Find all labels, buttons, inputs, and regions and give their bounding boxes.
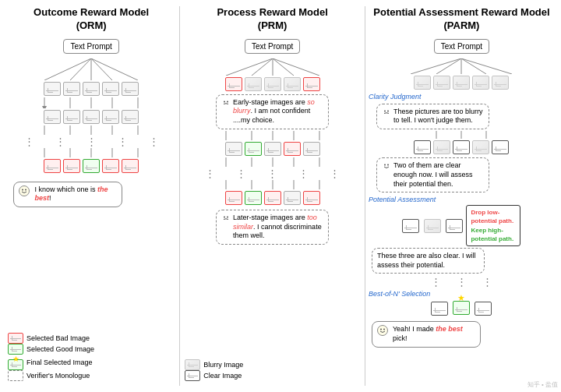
svg-point-52 (387, 110, 389, 111)
parm-speech1-text: These pictures are too blurry to tell. I… (393, 108, 484, 125)
svg-line-0 (44, 58, 91, 80)
legend-bad-label: Selected Bad Image (26, 334, 90, 342)
orm-img-2-2 (63, 110, 80, 124)
prm-speech2: Later-stage images are too similar. I ca… (216, 210, 329, 245)
parm-row3 (402, 219, 463, 233)
parm-row-final: ★ (431, 301, 492, 316)
svg-line-3 (91, 58, 112, 80)
prm-legend: Blurry Image Clear Image (185, 359, 243, 381)
legend-monologue-icon (8, 370, 23, 381)
main-container: Outcome Reward Model(ORM) Text Prompt (0, 0, 561, 392)
orm-img-final-2 (63, 159, 80, 173)
prm-branches-svg (210, 58, 335, 76)
prm-img-1-3 (264, 77, 281, 91)
svg-line-1 (70, 58, 91, 80)
orm-img-2-5 (122, 110, 139, 124)
parm-speech-final: Yeah! I made the best pick! (372, 321, 481, 347)
prm-img-2-2 (245, 142, 262, 156)
orm-speech-container: I know which one is the best! (10, 179, 171, 210)
orm-speech-text: I know which one is the best! (34, 185, 117, 203)
parm-row1 (414, 76, 509, 90)
parm-smiley2 (382, 161, 391, 174)
parm-highlight-best: the best (436, 325, 463, 333)
parm-img-1-4 (472, 76, 489, 90)
prm-img-3-5 (303, 191, 320, 205)
orm-arrows1-svg (29, 97, 153, 108)
orm-img-final-1 (44, 159, 61, 173)
svg-line-26 (273, 58, 319, 76)
parm-speech1: These pictures are too blurry to tell. I… (376, 104, 489, 129)
parm-img-1-3 (453, 76, 470, 90)
prm-smiley1 (221, 98, 231, 111)
legend-final-container: ★ (8, 355, 23, 370)
parm-img-1-1 (414, 76, 431, 90)
parm-img-3-1 (402, 219, 419, 233)
legend-good: Selected Good Image (8, 344, 94, 355)
legend-bad: Selected Bad Image (8, 333, 94, 344)
parm-img-2-3 (453, 140, 470, 154)
svg-point-57 (387, 164, 389, 166)
parm-section1-row: Clarity Judgment (369, 91, 555, 102)
svg-line-22 (226, 58, 273, 76)
parm-branches-svg (395, 58, 527, 74)
parm-dots: ⋮ ⋮ ⋮ (431, 276, 492, 288)
prm-column: Process Reward Model(PRM) Text Prompt (180, 6, 365, 386)
orm-column: Outcome Reward Model(ORM) Text Prompt (3, 6, 180, 386)
parm-callout-keep: Keep high-potential path. (471, 226, 516, 243)
svg-line-4 (91, 58, 138, 80)
parm-callout-box: Drop low-potential path. Keep high-poten… (466, 205, 520, 246)
parm-img-3-3 (446, 219, 463, 233)
orm-highlight-best: the best (34, 185, 108, 203)
orm-img-final-5 (122, 159, 139, 173)
orm-row2 (44, 110, 139, 124)
parm-speech2: Two of them are clear enough now. I will… (376, 157, 489, 192)
legend-bad-icon (8, 333, 23, 344)
orm-img-final-3 (83, 159, 100, 173)
parm-section2-row: Potential Assessment (369, 194, 555, 205)
parm-section2-label: Potential Assessment (369, 196, 436, 203)
orm-dots: ⋮ ⋮ ⋮ ⋮ ⋮ (24, 136, 159, 147)
parm-img-final-2-container: ★ (453, 301, 470, 316)
svg-line-25 (273, 58, 294, 76)
orm-img-2-4 (102, 110, 119, 124)
parm-img-final-3 (475, 302, 492, 316)
parm-img-2-4 (472, 140, 489, 154)
prm-img-2-1 (225, 142, 242, 156)
parm-img-final-1 (431, 302, 448, 316)
orm-img-2-3 (83, 110, 100, 124)
parm-img-3-2 (424, 219, 441, 233)
prm-legend-blurry: Blurry Image (185, 359, 243, 370)
svg-point-58 (380, 329, 382, 330)
orm-img-1-2 (63, 82, 80, 96)
prm-legend-clear-label: Clear Image (203, 372, 242, 380)
svg-point-21 (25, 189, 26, 190)
orm-legend: Selected Bad Image Selected Good Image ★… (8, 333, 94, 381)
parm-img-1-5 (492, 76, 509, 90)
orm-img-1-1 (44, 82, 61, 96)
parm-img-2-5 (492, 140, 509, 154)
prm-dots: ⋮ ⋮ ⋮ ⋮ ⋮ (205, 168, 340, 179)
legend-good-label: Selected Good Image (26, 345, 94, 353)
orm-row-final (44, 159, 139, 173)
svg-point-27 (224, 101, 225, 102)
prm-img-3-1 (225, 191, 242, 205)
svg-line-47 (436, 58, 461, 74)
watermark: 知乎 • 盐值 (527, 380, 558, 389)
orm-arrows3-svg (29, 148, 153, 157)
orm-smiley (19, 185, 30, 196)
prm-img-2-3 (264, 142, 281, 156)
parm-speech3-text: These three are also clear. I will asses… (377, 252, 476, 269)
orm-arrows2-svg (29, 125, 153, 135)
parm-smiley-final (377, 325, 388, 336)
prm-highlight1: so blurry (233, 98, 315, 115)
svg-point-20 (22, 189, 23, 190)
prm-legend-blurry-icon (185, 359, 200, 370)
parm-column: Potential Assessment Reward Model(PARM) … (365, 6, 558, 386)
svg-line-23 (252, 58, 273, 76)
svg-point-51 (384, 110, 386, 111)
orm-branches-svg (29, 58, 153, 80)
prm-img-1-2 (245, 77, 262, 91)
svg-line-49 (461, 58, 486, 74)
parm-prompt-box: Text Prompt (434, 39, 489, 54)
prm-img-3-3 (264, 191, 281, 205)
